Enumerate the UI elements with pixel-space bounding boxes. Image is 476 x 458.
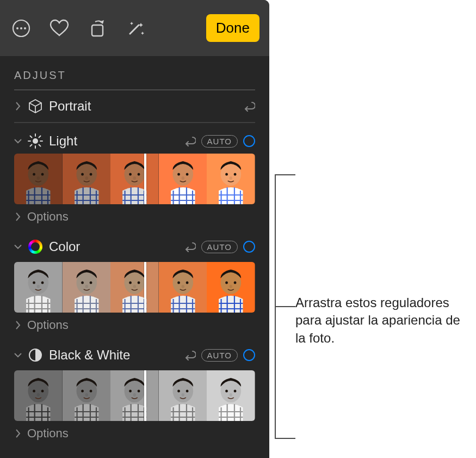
svg-point-22 (33, 173, 35, 176)
svg-point-166 (177, 390, 180, 393)
svg-point-33 (81, 173, 84, 176)
svg-point-155 (129, 390, 132, 393)
chevron-down-icon (14, 244, 22, 249)
svg-point-112 (181, 285, 184, 288)
svg-line-11 (39, 145, 41, 146)
svg-point-5 (33, 138, 38, 144)
slider-thumb (63, 262, 111, 313)
svg-point-146 (85, 393, 88, 396)
auto-button[interactable]: AUTO (201, 349, 238, 362)
light-slider[interactable] (14, 154, 255, 204)
options-label: Options (27, 426, 69, 441)
svg-line-10 (30, 136, 32, 138)
color-slider[interactable] (14, 262, 255, 313)
chevron-right-icon (14, 212, 22, 221)
svg-line-13 (39, 136, 41, 138)
favorite-icon[interactable] (48, 17, 71, 40)
svg-point-121 (225, 282, 228, 284)
toolbar: Done (0, 0, 269, 56)
slider-thumb (14, 262, 63, 313)
callout-text: Arrastra estos reguladores para ajustar … (295, 294, 469, 347)
svg-point-135 (37, 393, 40, 396)
section-title: ADJUST (14, 69, 255, 90)
svg-point-123 (230, 285, 233, 288)
svg-point-122 (234, 282, 237, 284)
color-options[interactable]: Options (14, 315, 255, 340)
svg-point-145 (89, 390, 92, 393)
slider-thumb (207, 370, 255, 421)
svg-point-44 (129, 173, 132, 176)
chevron-right-icon (14, 429, 22, 438)
chevron-right-icon (14, 321, 22, 329)
svg-line-12 (30, 145, 32, 146)
color-icon (27, 239, 44, 255)
svg-point-57 (181, 176, 184, 180)
svg-point-34 (89, 173, 92, 176)
svg-point-3 (24, 27, 26, 29)
slider-thumb (110, 370, 159, 421)
slider-thumb (63, 154, 111, 204)
auto-button[interactable]: AUTO (201, 241, 238, 253)
options-label: Options (27, 318, 69, 332)
svg-point-156 (138, 390, 140, 393)
slider-handle[interactable] (144, 154, 146, 204)
light-options[interactable]: Options (14, 206, 255, 231)
slider-thumb (207, 262, 255, 313)
slider-thumb (14, 154, 63, 204)
auto-button[interactable]: AUTO (201, 135, 238, 148)
undo-icon[interactable] (184, 349, 196, 361)
portrait-row[interactable]: Portrait (14, 90, 255, 123)
more-icon[interactable] (10, 17, 33, 40)
svg-point-1 (16, 27, 18, 29)
adjust-panel: Done ADJUST Portrait (0, 0, 269, 458)
enhance-icon[interactable] (124, 17, 147, 40)
contrast-icon (27, 347, 44, 363)
adjust-content: ADJUST Portrait Light (0, 56, 269, 441)
slider-handle[interactable] (144, 262, 146, 313)
cube-icon (27, 98, 44, 114)
svg-point-100 (138, 282, 140, 284)
undo-icon[interactable] (243, 100, 255, 112)
svg-point-110 (177, 282, 180, 284)
callout-tick (275, 174, 295, 175)
svg-point-67 (234, 173, 237, 176)
rotate-icon[interactable] (86, 17, 109, 40)
svg-point-111 (186, 282, 188, 284)
done-button[interactable]: Done (206, 14, 259, 42)
slider-thumb (159, 370, 207, 421)
bw-slider[interactable] (14, 370, 255, 421)
chevron-down-icon (14, 138, 22, 144)
undo-icon[interactable] (184, 241, 196, 253)
light-label: Light (49, 133, 178, 149)
slider-thumb (110, 154, 159, 204)
enable-toggle[interactable] (243, 349, 255, 361)
svg-point-46 (133, 176, 137, 180)
chevron-right-icon (14, 102, 22, 111)
svg-point-134 (41, 390, 44, 393)
svg-point-168 (181, 393, 184, 396)
svg-rect-4 (92, 25, 103, 36)
color-row[interactable]: Color AUTO (14, 231, 255, 262)
svg-point-167 (186, 390, 188, 393)
svg-point-133 (33, 390, 35, 393)
enable-toggle[interactable] (243, 241, 255, 253)
svg-point-89 (89, 282, 92, 284)
bw-row[interactable]: Black & White AUTO (14, 340, 255, 370)
svg-point-45 (138, 173, 140, 176)
chevron-down-icon (14, 352, 22, 358)
svg-point-88 (81, 282, 84, 284)
undo-icon[interactable] (184, 135, 196, 147)
slider-thumb (110, 262, 159, 313)
portrait-label: Portrait (49, 99, 238, 114)
callout-tick (275, 438, 295, 439)
svg-point-66 (225, 173, 228, 176)
enable-toggle[interactable] (243, 135, 255, 147)
svg-point-2 (20, 27, 22, 29)
callout-tick (275, 306, 295, 307)
slider-thumb (207, 154, 255, 204)
slider-handle[interactable] (144, 370, 146, 421)
light-row[interactable]: Light AUTO (14, 123, 255, 154)
slider-thumb (63, 370, 111, 421)
bw-options[interactable]: Options (14, 423, 255, 441)
svg-point-99 (129, 282, 132, 284)
